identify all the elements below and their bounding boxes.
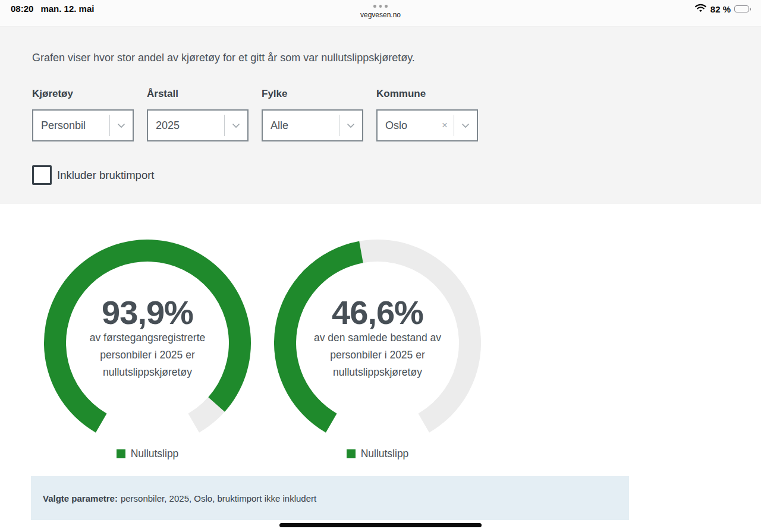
clock-date: man. 12. mai [40, 4, 94, 14]
selected-value: Personbil [33, 119, 109, 132]
gauge-charts: 93,9% av førstegangsregistrerte personbi… [44, 204, 761, 460]
chevron-down-icon[interactable] [454, 123, 477, 128]
gauge-total-fleet: 46,6% av den samlede bestand av personbi… [274, 240, 481, 460]
selected-value: Oslo [378, 119, 442, 132]
chevron-down-icon[interactable] [339, 123, 362, 128]
bruktimport-checkbox-row[interactable]: Inkluder bruktimport [32, 165, 729, 185]
clear-selection-icon[interactable]: × [442, 119, 454, 131]
gauge-center-text: 93,9% av førstegangsregistrerte personbi… [44, 296, 251, 381]
status-bar: 08:20 man. 12. mai vegvesen.no 82 % [0, 0, 761, 27]
page-menu-dots-icon[interactable] [360, 5, 401, 8]
kjoretoy-select[interactable]: Personbil [32, 109, 134, 141]
legend-item[interactable]: Nullutslipp [44, 448, 251, 460]
legend-label: Nullutslipp [131, 448, 179, 460]
clock-time: 08:20 [11, 4, 33, 14]
summary-text: personbiler, 2025, Oslo, bruktimport ikk… [121, 493, 316, 503]
gauge-desc-line: av førstegangsregistrerte [44, 329, 251, 347]
battery-percent: 82 % [710, 4, 731, 14]
legend-item[interactable]: Nullutslipp [274, 448, 481, 460]
summary-label: Valgte parametre: [43, 493, 118, 503]
gauge-desc-line: nullutslippskjøretøy [44, 364, 251, 381]
field-label: Kjøretøy [32, 88, 134, 100]
legend-label: Nullutslipp [361, 448, 409, 460]
field-kommune: Kommune Oslo × [376, 88, 478, 141]
field-label: Kommune [376, 88, 478, 100]
gauge-desc-line: av den samlede bestand av [274, 329, 481, 347]
filter-section: Grafen viser hvor stor andel av kjøretøy… [0, 27, 761, 204]
home-indicator[interactable] [279, 523, 482, 527]
chevron-down-icon[interactable] [225, 123, 247, 128]
chevron-down-icon[interactable] [110, 123, 133, 128]
address-bar[interactable]: vegvesen.no [360, 11, 401, 19]
gauge-desc-line: personbiler i 2025 er [44, 347, 251, 364]
legend-swatch-icon [117, 449, 125, 458]
gauge-center-text: 46,6% av den samlede bestand av personbi… [274, 296, 481, 381]
fylke-select[interactable]: Alle [262, 109, 363, 141]
checkbox-label: Inkluder bruktimport [57, 169, 154, 182]
gauge-desc-line: nullutslippskjøretøy [274, 364, 481, 381]
field-label: Fylke [262, 88, 363, 100]
gauge-value: 93,9% [44, 296, 251, 329]
gauge-value: 46,6% [274, 296, 481, 329]
chart-description: Grafen viser hvor stor andel av kjøretøy… [32, 52, 729, 64]
kommune-select[interactable]: Oslo × [376, 109, 478, 141]
field-fylke: Fylke Alle [262, 88, 363, 141]
selected-value: 2025 [148, 119, 224, 132]
legend-swatch-icon [347, 449, 356, 458]
arstall-select[interactable]: 2025 [147, 109, 249, 141]
bruktimport-checkbox[interactable] [32, 165, 52, 185]
filter-fields: Kjøretøy Personbil Årstall 2025 Fylke [32, 88, 729, 141]
field-kjoretoy: Kjøretøy Personbil [32, 88, 134, 141]
field-label: Årstall [147, 88, 249, 100]
gauge-first-registrations: 93,9% av førstegangsregistrerte personbi… [44, 240, 251, 460]
field-arstall: Årstall 2025 [147, 88, 249, 141]
wifi-icon [694, 4, 707, 14]
battery-icon [734, 5, 749, 13]
gauge-desc-line: personbiler i 2025 er [274, 347, 481, 364]
selected-parameters-box: Valgte parametre: personbiler, 2025, Osl… [31, 476, 629, 520]
selected-value: Alle [263, 119, 339, 132]
